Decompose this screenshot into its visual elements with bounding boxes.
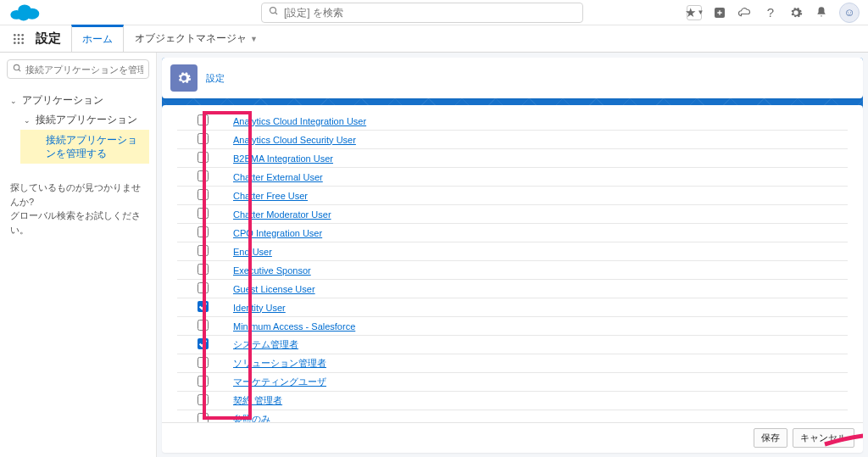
profile-link[interactable]: Analytics Cloud Integration User	[233, 116, 366, 126]
global-header: ★ ▼ ? ☺	[0, 0, 868, 25]
profile-link[interactable]: マーケティングユーザ	[233, 376, 326, 387]
profile-name-cell: 参照のみ	[228, 410, 848, 423]
profile-checkbox-cell	[177, 131, 228, 149]
profile-name-cell: B2BMA Integration User	[228, 149, 848, 168]
svg-line-5	[275, 13, 278, 15]
profile-link[interactable]: Identity User	[233, 303, 286, 313]
tree-node-label: アプリケーション	[22, 93, 103, 108]
profile-name-cell: ソリューション管理者	[228, 354, 848, 373]
profile-checkbox[interactable]	[198, 133, 209, 144]
profile-checkbox[interactable]	[198, 226, 209, 237]
profile-checkbox-cell	[177, 112, 228, 131]
profile-checkbox[interactable]	[198, 413, 209, 422]
profile-link[interactable]: Executive Sponsor	[233, 265, 311, 276]
profile-checkbox[interactable]	[198, 208, 209, 219]
sidebar-filter[interactable]	[7, 59, 149, 79]
page-title: 設定	[206, 72, 225, 85]
svg-point-14	[18, 42, 20, 44]
table-row: Chatter Free User	[177, 187, 848, 205]
profile-link[interactable]: Minimum Access - Salesforce	[233, 321, 355, 332]
save-button[interactable]: 保存	[754, 428, 787, 448]
profile-link[interactable]: Analytics Cloud Security User	[233, 135, 356, 145]
table-row: Executive Sponsor	[177, 261, 848, 280]
help-icon[interactable]: ?	[763, 5, 778, 20]
cancel-button[interactable]: キャンセル	[793, 428, 854, 448]
add-icon[interactable]	[712, 5, 727, 20]
tab-home[interactable]: ホーム	[71, 25, 124, 52]
tree-node-connected-apps[interactable]: ⌄ 接続アプリケーション	[20, 110, 149, 130]
profile-checkbox[interactable]	[198, 264, 209, 275]
profile-checkbox[interactable]	[198, 170, 209, 181]
svg-point-15	[21, 42, 24, 44]
profile-link[interactable]: End User	[233, 247, 272, 257]
main-content: 設定 Analytics Cloud Integration UserAnaly…	[157, 53, 868, 457]
profiles-panel: Analytics Cloud Integration UserAnalytic…	[162, 105, 863, 453]
profile-checkbox-cell	[177, 224, 228, 242]
setup-gear-icon[interactable]	[788, 5, 804, 20]
profile-link[interactable]: Chatter External User	[233, 172, 323, 182]
tab-object-manager[interactable]: オブジェクトマネージャ▼	[124, 25, 269, 52]
svg-point-9	[21, 34, 24, 36]
panel-footer: 保存 キャンセル	[162, 422, 863, 453]
table-row: Analytics Cloud Integration User	[177, 112, 848, 131]
profile-link[interactable]: Chatter Free User	[233, 191, 308, 201]
table-row: Guest License User	[177, 280, 848, 298]
table-row: B2BMA Integration User	[177, 149, 848, 168]
profile-checkbox[interactable]	[198, 301, 209, 312]
chevron-down-icon: ⌄	[24, 116, 32, 125]
page-header: 設定	[162, 58, 863, 98]
profile-checkbox[interactable]	[198, 114, 209, 125]
salesforce-cloud-icon[interactable]	[737, 5, 753, 20]
profile-name-cell: Guest License User	[228, 280, 848, 298]
profile-link[interactable]: ソリューション管理者	[233, 358, 326, 368]
profile-checkbox[interactable]	[198, 338, 209, 349]
profile-checkbox-cell	[177, 261, 228, 280]
global-search-input[interactable]	[284, 7, 576, 19]
table-row: Chatter External User	[177, 168, 848, 187]
svg-point-10	[14, 37, 16, 40]
profile-checkbox[interactable]	[198, 320, 209, 331]
search-icon	[13, 64, 22, 75]
context-nav: 設定 ホーム オブジェクトマネージャ▼	[0, 25, 868, 53]
table-row: ソリューション管理者	[177, 354, 848, 373]
profile-checkbox[interactable]	[198, 282, 209, 293]
profile-checkbox-cell	[177, 336, 228, 354]
profile-checkbox-cell	[177, 205, 228, 224]
profile-link[interactable]: Guest License User	[233, 284, 315, 294]
setup-gear-icon	[170, 64, 198, 92]
global-search[interactable]	[261, 3, 583, 23]
profile-name-cell: Chatter External User	[228, 168, 848, 187]
profile-link[interactable]: 契約 管理者	[233, 395, 282, 405]
profile-checkbox[interactable]	[198, 189, 209, 200]
profile-link[interactable]: Chatter Moderator User	[233, 209, 331, 220]
svg-point-8	[18, 34, 20, 36]
chevron-down-icon: ▼	[250, 35, 258, 43]
svg-line-17	[19, 70, 20, 71]
profile-link[interactable]: CPQ Integration User	[233, 228, 322, 238]
profile-name-cell: Analytics Cloud Security User	[228, 131, 848, 149]
profile-link[interactable]: B2BMA Integration User	[233, 153, 333, 164]
table-row: End User	[177, 242, 848, 261]
profile-name-cell: Chatter Free User	[228, 187, 848, 205]
context-title: 設定	[31, 25, 71, 52]
profile-checkbox[interactable]	[198, 245, 209, 256]
app-launcher-icon[interactable]	[7, 25, 31, 52]
favorites-menu[interactable]: ★ ▼	[687, 5, 702, 20]
profile-checkbox[interactable]	[198, 394, 209, 405]
profile-checkbox[interactable]	[198, 376, 209, 387]
help-line: 探しているものが見つかりませんか?	[10, 181, 146, 209]
tree-node-applications[interactable]: ⌄ アプリケーション	[7, 91, 149, 110]
table-row: Chatter Moderator User	[177, 205, 848, 224]
profile-name-cell: システム管理者	[228, 336, 848, 354]
profile-checkbox[interactable]	[198, 152, 209, 163]
tree-leaf-manage-connected-apps[interactable]: 接続アプリケーションを管理する	[20, 130, 149, 164]
user-avatar[interactable]: ☺	[839, 3, 860, 23]
sidebar-filter-input[interactable]	[25, 64, 143, 75]
profile-checkbox-cell	[177, 410, 228, 423]
profile-checkbox-cell	[177, 298, 228, 317]
profile-link[interactable]: 参照のみ	[233, 414, 270, 422]
profile-link[interactable]: システム管理者	[233, 339, 298, 349]
notifications-bell-icon[interactable]	[814, 5, 829, 20]
profile-checkbox[interactable]	[198, 357, 209, 368]
profile-name-cell: マーケティングユーザ	[228, 373, 848, 392]
